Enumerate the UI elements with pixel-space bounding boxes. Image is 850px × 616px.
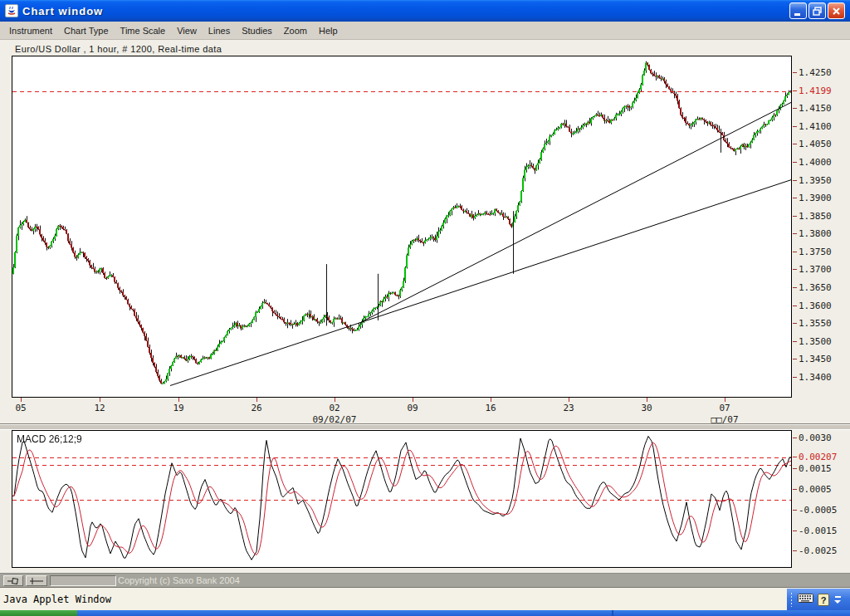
macd-axis-tick [793, 438, 797, 438]
minimize-icon [793, 6, 804, 17]
menu-item-instrument[interactable]: Instrument [3, 23, 58, 38]
java-applet-window-label: Java Applet Window [3, 594, 111, 605]
help-icon[interactable]: ? [818, 594, 829, 606]
y-axis-tick [793, 162, 797, 163]
y-axis-label: 1.3500 [799, 336, 832, 347]
y-axis-tick [793, 72, 797, 73]
taskbar-divider [612, 610, 613, 616]
close-button[interactable] [828, 2, 845, 19]
menu-item-zoom[interactable]: Zoom [278, 23, 313, 38]
x-axis-label: 30 [618, 403, 676, 413]
y-axis-tick [793, 287, 797, 288]
start-button-sliver[interactable] [0, 610, 77, 616]
macd-axis-label: 0.00207 [799, 452, 837, 462]
candlestick-canvas[interactable] [12, 56, 791, 397]
y-axis-label: 1.4100 [799, 121, 832, 132]
java-status-bar: Java Applet Window ? [0, 587, 850, 610]
y-axis-label: 1.3550 [799, 318, 832, 329]
x-axis-tick [335, 398, 335, 402]
x-axis-tick [413, 398, 413, 402]
menu-bar: InstrumentChart TypeTime ScaleViewLinesS… [0, 22, 850, 40]
x-axis-tick [21, 398, 22, 402]
y-axis-tick [793, 233, 797, 234]
y-axis-label: 1.4050 [799, 139, 832, 149]
y-axis-tick [793, 306, 797, 306]
panel-splitter[interactable] [0, 423, 850, 430]
x-axis-label: 19 [149, 403, 208, 413]
minimize-icon[interactable] [835, 596, 841, 598]
title-bar[interactable]: Chart window [0, 0, 850, 22]
macd-axis-tick [793, 550, 797, 551]
main-chart-plot[interactable] [12, 56, 792, 398]
restore-button[interactable] [808, 2, 826, 19]
x-axis-tick [569, 398, 569, 402]
macd-axis-label: -0.0015 [799, 526, 837, 536]
y-axis-label: 1.3650 [799, 282, 832, 293]
x-axis-tick [256, 398, 257, 402]
keyboard-icon[interactable] [798, 592, 813, 607]
close-icon [831, 6, 842, 17]
macd-axis-label: -0.0025 [799, 545, 837, 556]
x-axis-label: 07 [696, 403, 754, 413]
macd-axis-label: 0.0005 [799, 484, 832, 495]
menu-item-time-scale[interactable]: Time Scale [115, 23, 172, 38]
instrument-header: Euro/US Dollar , 1 hour, # 1200, Real-ti… [15, 44, 222, 54]
y-axis-label: 1.3800 [799, 228, 832, 239]
horizontal-line-tool-button[interactable] [26, 575, 47, 586]
y-axis-tick [793, 144, 797, 144]
x-axis-tick [725, 398, 725, 402]
macd-plot[interactable]: MACD 26;12;9 [12, 430, 792, 568]
y-axis-label: 1.3900 [799, 193, 832, 203]
y-axis-tick [793, 180, 797, 181]
copyright-text: Copyright (c) Saxo Bank 2004 [118, 575, 240, 585]
y-axis-tick [793, 216, 797, 217]
menu-item-chart-type[interactable]: Chart Type [58, 23, 115, 38]
taskbar-strip[interactable] [0, 610, 850, 616]
drag-handle[interactable] [790, 592, 793, 607]
java-coffee-icon [5, 4, 18, 17]
x-axis-label: 02 [305, 403, 364, 413]
y-axis-label: 1.3750 [799, 247, 832, 257]
pin-tool-button[interactable] [3, 575, 23, 586]
language-bar-controls[interactable] [834, 596, 841, 604]
x-axis-tick [178, 398, 179, 402]
y-axis-label: 1.4000 [799, 157, 832, 168]
y-axis-label: 1.3450 [799, 354, 832, 364]
y-axis-tick [793, 323, 797, 324]
menu-item-help[interactable]: Help [313, 23, 344, 38]
bottom-toolbar: Copyright (c) Saxo Bank 2004 [0, 573, 850, 587]
y-axis-label: 1.4199 [799, 86, 832, 96]
restore-icon [812, 6, 823, 17]
y-axis-tick [793, 269, 797, 270]
pin-icon [7, 577, 20, 585]
window-controls [789, 2, 845, 19]
chart-applet: Euro/US Dollar , 1 hour, # 1200, Real-ti… [0, 40, 850, 589]
y-axis-tick [793, 252, 797, 252]
y-axis-label: 1.4150 [799, 103, 832, 114]
macd-axis-tick [793, 530, 797, 531]
y-axis-tick [793, 341, 797, 342]
y-axis-label: 1.4250 [799, 67, 832, 78]
menu-item-view[interactable]: View [171, 23, 203, 38]
y-axis-label: 1.3700 [799, 264, 832, 275]
macd-axis-label: 0.0030 [799, 433, 832, 443]
macd-axis-tick [793, 457, 797, 457]
macd-canvas[interactable] [12, 431, 791, 567]
window-title: Chart window [22, 5, 103, 17]
chart-window: Chart window InstrumentChart TypeTime Sc… [0, 0, 850, 616]
y-axis-tick [793, 126, 797, 127]
toolbar-status-field [50, 575, 116, 586]
menu-item-lines[interactable]: Lines [203, 23, 236, 38]
chevron-down-icon[interactable] [834, 600, 841, 604]
horizontal-line-icon [29, 577, 44, 585]
y-axis-tick [793, 198, 797, 198]
macd-axis-tick [793, 510, 797, 511]
y-axis-label: 1.3600 [799, 301, 832, 311]
macd-axis-label: -0.0005 [799, 505, 837, 516]
x-axis-tick [100, 398, 100, 402]
y-axis-label: 1.3850 [799, 211, 832, 222]
minimize-button[interactable] [789, 2, 807, 19]
y-axis-tick [793, 90, 797, 91]
menu-item-studies[interactable]: Studies [236, 23, 278, 38]
x-axis-label: 26 [227, 403, 286, 413]
